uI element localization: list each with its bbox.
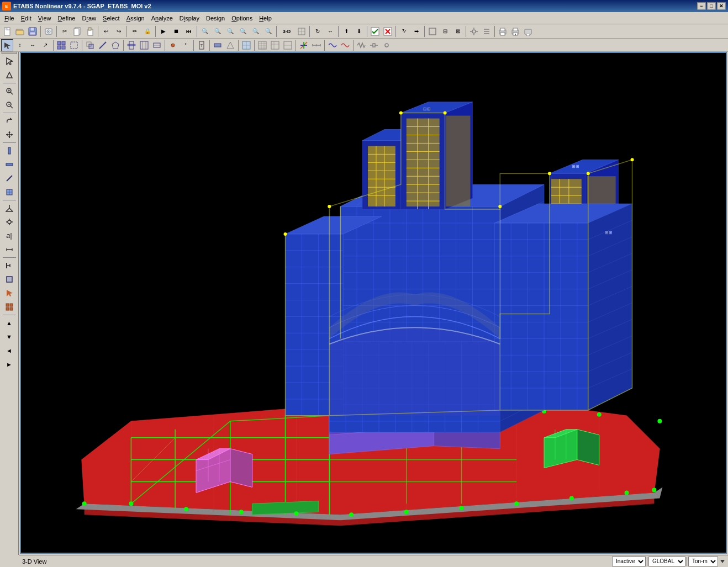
lt-draw-beam[interactable] — [2, 158, 17, 171]
tb-open[interactable] — [14, 25, 26, 38]
minimize-button[interactable]: − — [697, 2, 706, 10]
tb-zoom-next[interactable]: 🔍 — [262, 25, 275, 38]
tb2-angle[interactable]: ° — [180, 39, 192, 51]
status-active-select[interactable]: Inactive — [612, 557, 646, 566]
tb-draw-pen[interactable]: ✏ — [129, 25, 141, 38]
maximize-button[interactable]: □ — [707, 2, 716, 10]
tb2-table2[interactable] — [269, 39, 281, 51]
tb2-poly-select[interactable] — [109, 39, 122, 51]
menu-edit[interactable]: Edit — [18, 12, 35, 24]
tb-cut[interactable]: ✂ — [59, 25, 71, 38]
tb2-diaphragm[interactable] — [240, 39, 252, 51]
tb2-rotate[interactable]: ↗ — [39, 39, 51, 51]
tb-minus[interactable]: ⊟ — [439, 25, 451, 38]
tb-run[interactable]: ▶ — [157, 25, 170, 38]
tb-copy[interactable] — [71, 25, 83, 38]
lt-draw-wall[interactable] — [2, 186, 17, 199]
tb-settings[interactable] — [468, 25, 480, 38]
tb2-isolator[interactable] — [381, 39, 393, 51]
lt-snap[interactable] — [2, 215, 17, 229]
tb-cross[interactable]: ⊠ — [452, 25, 464, 38]
tb2-wave2[interactable] — [339, 39, 351, 51]
tb2-height[interactable]: T — [196, 39, 208, 51]
tb-zoom-prev[interactable]: 🔍 — [250, 25, 262, 38]
tb2-pointer[interactable] — [1, 39, 13, 51]
tb-percent[interactable]: ⁷⁄ — [398, 25, 410, 38]
tb2-group2[interactable] — [138, 39, 150, 51]
menu-select[interactable]: Select — [99, 12, 123, 24]
tb-print1[interactable] — [497, 25, 509, 38]
lt-pan[interactable] — [2, 128, 17, 141]
menu-display[interactable]: Display — [176, 12, 203, 24]
menu-view[interactable]: View — [35, 12, 55, 24]
tb2-damper[interactable] — [368, 39, 380, 51]
lt-select-multi[interactable] — [2, 300, 17, 314]
tb-plan-view[interactable] — [296, 25, 308, 38]
tb-config[interactable] — [481, 25, 493, 38]
tb-frame[interactable] — [426, 25, 439, 38]
tb-pan[interactable]: ↔ — [324, 25, 336, 38]
tb-check1[interactable] — [369, 25, 381, 38]
lt-dim[interactable] — [2, 243, 17, 256]
tb-rewind[interactable]: ⏮ — [183, 25, 195, 38]
menu-help[interactable]: Help — [256, 12, 275, 24]
menu-draw[interactable]: Draw — [78, 12, 99, 24]
lt-draw-col[interactable] — [2, 144, 17, 157]
tb2-select-intersect[interactable] — [84, 39, 96, 51]
status-units-select[interactable]: Ton-m — [688, 557, 718, 566]
lt-zoom-window[interactable] — [2, 84, 17, 98]
tb2-table1[interactable] — [256, 39, 268, 51]
tb2-move-horiz[interactable]: ↔ — [27, 39, 39, 51]
tb2-select-line[interactable] — [97, 39, 109, 51]
tb2-select-all[interactable] — [55, 39, 67, 51]
lt-rotate[interactable] — [2, 114, 17, 128]
lt-reshape[interactable] — [2, 55, 17, 68]
lt-scroll-left[interactable]: ◄ — [2, 344, 17, 357]
tb-paste[interactable] — [84, 25, 96, 38]
tb-save[interactable] — [27, 25, 39, 38]
tb2-wave1[interactable] — [326, 39, 339, 51]
close-button[interactable]: ✕ — [717, 2, 726, 10]
menu-design[interactable]: Design — [203, 12, 228, 24]
tb-zoom-in[interactable]: 🔍 — [212, 25, 224, 38]
lt-select-pointer[interactable] — [2, 287, 17, 300]
lt-label[interactable]: a| — [2, 229, 17, 242]
lt-rubber-band[interactable] — [2, 68, 17, 82]
tb-3d-view[interactable]: 3-D — [278, 25, 295, 38]
tb-refresh[interactable]: ↻ — [312, 25, 324, 38]
menu-analyze[interactable]: Analyze — [148, 12, 176, 24]
menu-options[interactable]: Options — [228, 12, 256, 24]
tb-down[interactable]: ⬇ — [353, 25, 365, 38]
status-coord-select[interactable]: GLOBAL — [648, 557, 685, 566]
tb2-select-window[interactable] — [68, 39, 80, 51]
lt-scroll-down[interactable]: ▼ — [2, 330, 17, 343]
menu-file[interactable]: File — [1, 12, 18, 24]
lt-scroll-right[interactable]: ► — [2, 358, 17, 371]
tb-zoom-window[interactable]: 🔍 — [199, 25, 211, 38]
tb-print2[interactable] — [509, 25, 521, 38]
tb2-table3[interactable] — [282, 39, 294, 51]
tb2-group3[interactable] — [151, 39, 163, 51]
lt-assign-shell[interactable] — [2, 273, 17, 286]
tb2-point[interactable] — [167, 39, 179, 51]
lt-draw-brace[interactable] — [2, 172, 17, 185]
tb-redo[interactable]: ↪ — [113, 25, 125, 38]
lt-extrude[interactable] — [2, 202, 17, 215]
tb-print3[interactable] — [522, 25, 534, 38]
tb2-shell[interactable] — [224, 39, 236, 51]
tb2-scale[interactable] — [310, 39, 323, 51]
tb2-move-vert[interactable]: ↕ — [14, 39, 26, 51]
tb-stop[interactable]: ⏹ — [170, 25, 182, 38]
lt-zoom-minus[interactable] — [2, 98, 17, 112]
tb2-thick[interactable] — [212, 39, 224, 51]
tb-zoom-fit[interactable]: 🔍 — [237, 25, 249, 38]
tb-zoom-out[interactable]: 🔍 — [224, 25, 236, 38]
3d-view-canvas[interactable]: ⊞⊞ — [21, 53, 726, 553]
tb2-spring[interactable] — [355, 39, 367, 51]
menu-assign[interactable]: Assign — [123, 12, 148, 24]
lt-assign-frame[interactable] — [2, 259, 17, 272]
tb-check2[interactable] — [382, 25, 394, 38]
tb-new[interactable] — [1, 25, 13, 38]
tb-undo[interactable]: ↩ — [100, 25, 112, 38]
tb2-group1[interactable] — [125, 39, 138, 51]
